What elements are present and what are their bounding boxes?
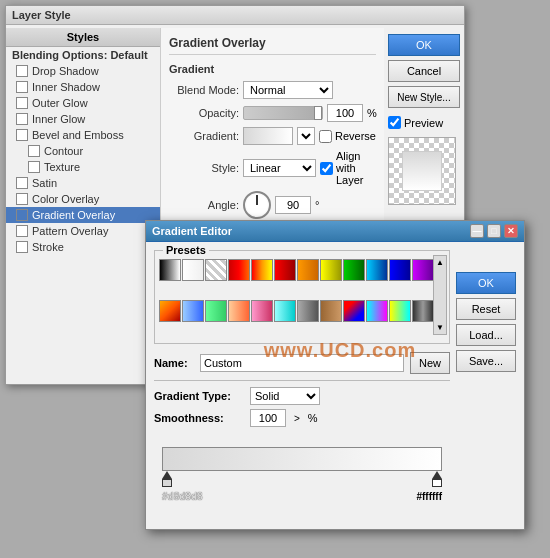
sidebar-item-texture[interactable]: Texture [6,159,160,175]
outer-glow-checkbox[interactable] [16,97,28,109]
right-stop-arrow [432,471,442,479]
gradient-overlay-label: Gradient Overlay [32,209,115,221]
preset-item[interactable] [412,300,434,322]
preset-item[interactable] [389,300,411,322]
gradient-overlay-checkbox[interactable] [16,209,28,221]
style-select[interactable]: Linear Radial Angle Reflected Diamond [243,159,316,177]
sidebar-item-blending[interactable]: Blending Options: Default [6,47,160,63]
scroll-up-icon[interactable]: ▲ [436,258,444,267]
preset-item[interactable] [274,300,296,322]
sidebar-item-bevel-emboss[interactable]: Bevel and Emboss [6,127,160,143]
opacity-input[interactable] [327,104,363,122]
right-color-stop[interactable] [432,471,442,487]
inner-glow-label: Inner Glow [32,113,85,125]
preset-item[interactable] [389,259,411,281]
presets-label: Presets [163,244,209,256]
ok-button[interactable]: OK [388,34,460,56]
sidebar-item-pattern-overlay[interactable]: Pattern Overlay [6,223,160,239]
angle-dial[interactable] [243,191,271,219]
preset-item[interactable] [205,259,227,281]
inner-glow-checkbox[interactable] [16,113,28,125]
ge-smooth-input[interactable] [250,409,286,427]
ge-name-input[interactable] [200,354,404,372]
sidebar-item-drop-shadow[interactable]: Drop Shadow [6,63,160,79]
preset-item[interactable] [297,259,319,281]
new-style-button[interactable]: New Style... [388,86,460,108]
angle-label: Angle: [169,199,239,211]
ge-ok-button[interactable]: OK [456,272,516,294]
contour-checkbox[interactable] [28,145,40,157]
preview-checkbox[interactable] [388,116,401,129]
ge-gradient-bar[interactable] [162,447,442,471]
color-overlay-checkbox[interactable] [16,193,28,205]
gradient-label: Gradient: [169,130,239,142]
angle-input[interactable] [275,196,311,214]
preset-item[interactable] [343,300,365,322]
preset-item[interactable] [412,259,434,281]
styles-header: Styles [6,28,160,47]
bevel-emboss-checkbox[interactable] [16,129,28,141]
preset-item[interactable] [320,259,342,281]
left-color-label: #d8d8d8 [162,491,203,502]
left-stop-arrow [162,471,172,479]
titlebar-controls: — □ ✕ [470,224,518,238]
satin-checkbox[interactable] [16,177,28,189]
texture-checkbox[interactable] [28,161,40,173]
opacity-slider[interactable] [243,106,323,120]
gradient-swatch[interactable] [243,127,293,145]
ge-smooth-unit: > [294,413,300,424]
color-overlay-label: Color Overlay [32,193,99,205]
preset-item[interactable] [297,300,319,322]
preset-item[interactable] [182,300,204,322]
angle-unit: ° [315,199,319,211]
preset-item[interactable] [274,259,296,281]
preset-item[interactable] [366,300,388,322]
cancel-button[interactable]: Cancel [388,60,460,82]
maximize-button[interactable]: □ [487,224,501,238]
sidebar-item-contour[interactable]: Contour [6,143,160,159]
reverse-checkbox[interactable] [319,130,332,143]
ge-new-button[interactable]: New [410,352,450,374]
minimize-button[interactable]: — [470,224,484,238]
align-layer-checkbox[interactable] [320,162,333,175]
ge-load-button[interactable]: Load... [456,324,516,346]
presets-scrollbar[interactable]: ▲ ▼ [433,255,447,335]
sidebar-item-color-overlay[interactable]: Color Overlay [6,191,160,207]
preset-item[interactable] [159,300,181,322]
left-color-stop[interactable] [162,471,172,487]
gradient-dropdown[interactable]: ▼ [297,127,315,145]
preset-item[interactable] [228,259,250,281]
preset-item[interactable] [320,300,342,322]
preset-item[interactable] [343,259,365,281]
stroke-checkbox[interactable] [16,241,28,253]
ge-reset-button[interactable]: Reset [456,298,516,320]
drop-shadow-checkbox[interactable] [16,65,28,77]
preset-item[interactable] [228,300,250,322]
preset-item[interactable] [159,259,181,281]
preset-item[interactable] [251,259,273,281]
ge-save-button[interactable]: Save... [456,350,516,372]
blend-mode-select[interactable]: Normal Multiply Screen [243,81,333,99]
separator [154,380,450,381]
blend-mode-label: Blend Mode: [169,84,239,96]
preset-item[interactable] [251,300,273,322]
sidebar-item-outer-glow[interactable]: Outer Glow [6,95,160,111]
sidebar-item-inner-glow[interactable]: Inner Glow [6,111,160,127]
sidebar-item-satin[interactable]: Satin [6,175,160,191]
close-button[interactable]: ✕ [504,224,518,238]
ge-type-select[interactable]: Solid Noise [250,387,320,405]
satin-label: Satin [32,177,57,189]
sidebar-item-gradient-overlay[interactable]: Gradient Overlay [6,207,160,223]
inner-shadow-checkbox[interactable] [16,81,28,93]
style-label: Style: [169,162,239,174]
preset-item[interactable] [366,259,388,281]
pattern-overlay-checkbox[interactable] [16,225,28,237]
sidebar-item-stroke[interactable]: Stroke [6,239,160,255]
preset-item[interactable] [205,300,227,322]
scroll-down-icon[interactable]: ▼ [436,323,444,332]
ge-color-stops [162,471,442,487]
preset-item[interactable] [182,259,204,281]
layer-style-buttons-panel: OK Cancel New Style... Preview [384,28,464,211]
sidebar-item-inner-shadow[interactable]: Inner Shadow [6,79,160,95]
inner-shadow-label: Inner Shadow [32,81,100,93]
